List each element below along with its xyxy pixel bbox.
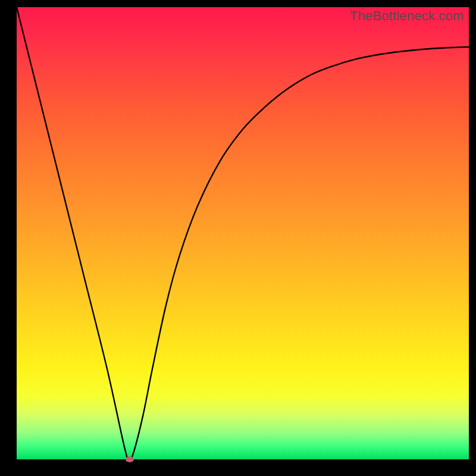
minimum-marker bbox=[126, 456, 134, 462]
plot-area: TheBottleneck.com bbox=[17, 7, 469, 459]
chart-frame: TheBottleneck.com bbox=[0, 0, 476, 476]
bottleneck-curve bbox=[17, 7, 469, 459]
